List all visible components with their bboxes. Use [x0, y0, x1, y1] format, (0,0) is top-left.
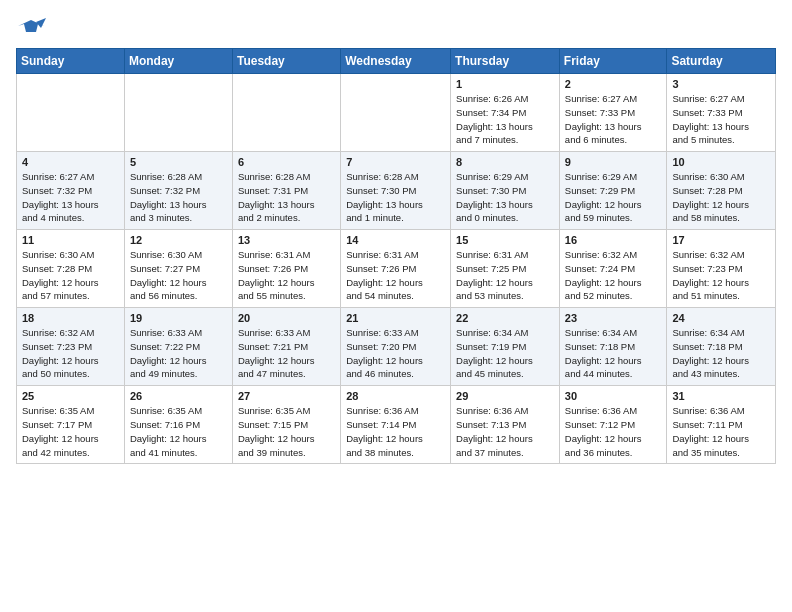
day-number: 16	[565, 234, 662, 246]
day-info: Sunrise: 6:34 AM Sunset: 7:18 PM Dayligh…	[565, 326, 662, 381]
calendar-cell: 19Sunrise: 6:33 AM Sunset: 7:22 PM Dayli…	[124, 308, 232, 386]
day-info: Sunrise: 6:36 AM Sunset: 7:14 PM Dayligh…	[346, 404, 445, 459]
calendar-cell: 13Sunrise: 6:31 AM Sunset: 7:26 PM Dayli…	[232, 230, 340, 308]
calendar-cell: 28Sunrise: 6:36 AM Sunset: 7:14 PM Dayli…	[341, 386, 451, 464]
day-info: Sunrise: 6:34 AM Sunset: 7:18 PM Dayligh…	[672, 326, 770, 381]
day-info: Sunrise: 6:27 AM Sunset: 7:33 PM Dayligh…	[672, 92, 770, 147]
day-number: 20	[238, 312, 335, 324]
calendar-cell: 21Sunrise: 6:33 AM Sunset: 7:20 PM Dayli…	[341, 308, 451, 386]
day-info: Sunrise: 6:28 AM Sunset: 7:31 PM Dayligh…	[238, 170, 335, 225]
calendar-cell: 31Sunrise: 6:36 AM Sunset: 7:11 PM Dayli…	[667, 386, 776, 464]
day-number: 25	[22, 390, 119, 402]
calendar-cell	[341, 74, 451, 152]
day-number: 13	[238, 234, 335, 246]
weekday-header-friday: Friday	[559, 49, 667, 74]
day-info: Sunrise: 6:27 AM Sunset: 7:33 PM Dayligh…	[565, 92, 662, 147]
day-info: Sunrise: 6:33 AM Sunset: 7:20 PM Dayligh…	[346, 326, 445, 381]
calendar-cell: 22Sunrise: 6:34 AM Sunset: 7:19 PM Dayli…	[451, 308, 560, 386]
day-info: Sunrise: 6:32 AM Sunset: 7:23 PM Dayligh…	[672, 248, 770, 303]
day-number: 28	[346, 390, 445, 402]
weekday-header-tuesday: Tuesday	[232, 49, 340, 74]
day-number: 4	[22, 156, 119, 168]
calendar-week-row: 4Sunrise: 6:27 AM Sunset: 7:32 PM Daylig…	[17, 152, 776, 230]
weekday-header-monday: Monday	[124, 49, 232, 74]
calendar-cell: 8Sunrise: 6:29 AM Sunset: 7:30 PM Daylig…	[451, 152, 560, 230]
day-number: 1	[456, 78, 554, 90]
day-info: Sunrise: 6:33 AM Sunset: 7:22 PM Dayligh…	[130, 326, 227, 381]
day-info: Sunrise: 6:35 AM Sunset: 7:16 PM Dayligh…	[130, 404, 227, 459]
day-number: 27	[238, 390, 335, 402]
day-number: 7	[346, 156, 445, 168]
calendar-cell: 1Sunrise: 6:26 AM Sunset: 7:34 PM Daylig…	[451, 74, 560, 152]
calendar-cell: 27Sunrise: 6:35 AM Sunset: 7:15 PM Dayli…	[232, 386, 340, 464]
day-info: Sunrise: 6:32 AM Sunset: 7:23 PM Dayligh…	[22, 326, 119, 381]
day-number: 9	[565, 156, 662, 168]
day-number: 15	[456, 234, 554, 246]
svg-marker-1	[36, 18, 46, 28]
logo-icon	[16, 16, 46, 40]
day-info: Sunrise: 6:36 AM Sunset: 7:13 PM Dayligh…	[456, 404, 554, 459]
day-number: 24	[672, 312, 770, 324]
weekday-header-row: SundayMondayTuesdayWednesdayThursdayFrid…	[17, 49, 776, 74]
day-number: 12	[130, 234, 227, 246]
calendar-cell: 11Sunrise: 6:30 AM Sunset: 7:28 PM Dayli…	[17, 230, 125, 308]
day-info: Sunrise: 6:30 AM Sunset: 7:28 PM Dayligh…	[672, 170, 770, 225]
calendar-cell: 5Sunrise: 6:28 AM Sunset: 7:32 PM Daylig…	[124, 152, 232, 230]
day-info: Sunrise: 6:36 AM Sunset: 7:11 PM Dayligh…	[672, 404, 770, 459]
header	[16, 16, 776, 40]
day-info: Sunrise: 6:31 AM Sunset: 7:26 PM Dayligh…	[346, 248, 445, 303]
day-info: Sunrise: 6:28 AM Sunset: 7:32 PM Dayligh…	[130, 170, 227, 225]
day-number: 29	[456, 390, 554, 402]
calendar-cell: 3Sunrise: 6:27 AM Sunset: 7:33 PM Daylig…	[667, 74, 776, 152]
day-number: 6	[238, 156, 335, 168]
day-info: Sunrise: 6:32 AM Sunset: 7:24 PM Dayligh…	[565, 248, 662, 303]
day-number: 19	[130, 312, 227, 324]
calendar-cell: 20Sunrise: 6:33 AM Sunset: 7:21 PM Dayli…	[232, 308, 340, 386]
day-info: Sunrise: 6:31 AM Sunset: 7:25 PM Dayligh…	[456, 248, 554, 303]
calendar-cell: 23Sunrise: 6:34 AM Sunset: 7:18 PM Dayli…	[559, 308, 667, 386]
calendar-cell	[232, 74, 340, 152]
day-number: 8	[456, 156, 554, 168]
calendar-cell: 30Sunrise: 6:36 AM Sunset: 7:12 PM Dayli…	[559, 386, 667, 464]
day-info: Sunrise: 6:35 AM Sunset: 7:17 PM Dayligh…	[22, 404, 119, 459]
weekday-header-thursday: Thursday	[451, 49, 560, 74]
calendar-table: SundayMondayTuesdayWednesdayThursdayFrid…	[16, 48, 776, 464]
calendar-week-row: 11Sunrise: 6:30 AM Sunset: 7:28 PM Dayli…	[17, 230, 776, 308]
day-info: Sunrise: 6:30 AM Sunset: 7:28 PM Dayligh…	[22, 248, 119, 303]
calendar-cell: 29Sunrise: 6:36 AM Sunset: 7:13 PM Dayli…	[451, 386, 560, 464]
day-info: Sunrise: 6:35 AM Sunset: 7:15 PM Dayligh…	[238, 404, 335, 459]
day-info: Sunrise: 6:31 AM Sunset: 7:26 PM Dayligh…	[238, 248, 335, 303]
day-info: Sunrise: 6:29 AM Sunset: 7:29 PM Dayligh…	[565, 170, 662, 225]
day-number: 18	[22, 312, 119, 324]
day-info: Sunrise: 6:30 AM Sunset: 7:27 PM Dayligh…	[130, 248, 227, 303]
calendar-cell: 14Sunrise: 6:31 AM Sunset: 7:26 PM Dayli…	[341, 230, 451, 308]
day-number: 23	[565, 312, 662, 324]
day-info: Sunrise: 6:29 AM Sunset: 7:30 PM Dayligh…	[456, 170, 554, 225]
calendar-week-row: 25Sunrise: 6:35 AM Sunset: 7:17 PM Dayli…	[17, 386, 776, 464]
weekday-header-wednesday: Wednesday	[341, 49, 451, 74]
weekday-header-sunday: Sunday	[17, 49, 125, 74]
calendar-cell: 10Sunrise: 6:30 AM Sunset: 7:28 PM Dayli…	[667, 152, 776, 230]
calendar-cell: 18Sunrise: 6:32 AM Sunset: 7:23 PM Dayli…	[17, 308, 125, 386]
calendar-cell: 24Sunrise: 6:34 AM Sunset: 7:18 PM Dayli…	[667, 308, 776, 386]
day-number: 17	[672, 234, 770, 246]
day-number: 14	[346, 234, 445, 246]
day-info: Sunrise: 6:27 AM Sunset: 7:32 PM Dayligh…	[22, 170, 119, 225]
calendar-week-row: 1Sunrise: 6:26 AM Sunset: 7:34 PM Daylig…	[17, 74, 776, 152]
calendar-cell: 2Sunrise: 6:27 AM Sunset: 7:33 PM Daylig…	[559, 74, 667, 152]
calendar-cell: 25Sunrise: 6:35 AM Sunset: 7:17 PM Dayli…	[17, 386, 125, 464]
day-number: 30	[565, 390, 662, 402]
logo	[16, 16, 50, 40]
day-info: Sunrise: 6:28 AM Sunset: 7:30 PM Dayligh…	[346, 170, 445, 225]
day-number: 5	[130, 156, 227, 168]
calendar-cell: 12Sunrise: 6:30 AM Sunset: 7:27 PM Dayli…	[124, 230, 232, 308]
calendar-cell: 6Sunrise: 6:28 AM Sunset: 7:31 PM Daylig…	[232, 152, 340, 230]
day-info: Sunrise: 6:36 AM Sunset: 7:12 PM Dayligh…	[565, 404, 662, 459]
day-number: 21	[346, 312, 445, 324]
calendar-week-row: 18Sunrise: 6:32 AM Sunset: 7:23 PM Dayli…	[17, 308, 776, 386]
day-info: Sunrise: 6:34 AM Sunset: 7:19 PM Dayligh…	[456, 326, 554, 381]
calendar-cell: 26Sunrise: 6:35 AM Sunset: 7:16 PM Dayli…	[124, 386, 232, 464]
calendar-cell	[17, 74, 125, 152]
weekday-header-saturday: Saturday	[667, 49, 776, 74]
calendar-cell: 7Sunrise: 6:28 AM Sunset: 7:30 PM Daylig…	[341, 152, 451, 230]
